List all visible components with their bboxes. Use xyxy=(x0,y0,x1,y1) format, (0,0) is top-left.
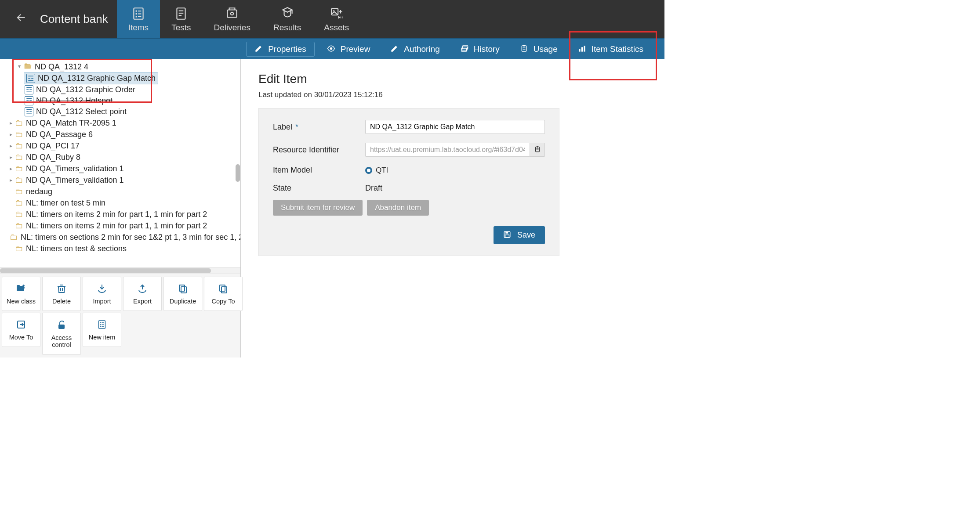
bar-chart-icon xyxy=(578,44,586,54)
authoring-button[interactable]: Authoring xyxy=(382,42,447,56)
delete-button[interactable]: Delete xyxy=(42,277,81,311)
submit-for-review-button[interactable]: Submit item for review xyxy=(273,200,363,216)
radio-label: QTI xyxy=(376,166,388,175)
button-label: Properties xyxy=(268,44,306,54)
clipboard-icon xyxy=(520,44,528,54)
nav-tab-tests[interactable]: Tests xyxy=(160,0,202,38)
tree-folder[interactable]: ▸🗀NL: timer on test 5 min xyxy=(0,197,240,209)
eye-icon xyxy=(327,44,335,54)
nav-tab-deliveries[interactable]: Deliveries xyxy=(202,0,261,38)
nav-tab-label: Items xyxy=(128,23,149,32)
abandon-item-button[interactable]: Abandon item xyxy=(367,200,429,216)
item-label: ND QA_1312 Graphic Order xyxy=(36,85,135,94)
import-icon xyxy=(97,283,107,295)
folder-label: ND QA_PCI 17 xyxy=(26,141,80,151)
item-model-radio-qti[interactable]: QTI xyxy=(365,166,388,175)
chevron-down-icon[interactable]: ▸ xyxy=(17,63,23,71)
item-label: ND QA_1312 Graphic Gap Match xyxy=(38,74,156,83)
folder-icon: 🗀 xyxy=(15,152,23,162)
copy-to-button[interactable]: Copy To xyxy=(204,277,243,311)
label-field-label: Label * xyxy=(273,123,365,132)
scrollbar-thumb[interactable] xyxy=(236,164,240,182)
radio-selected-icon xyxy=(365,167,372,174)
nav-tab-label: Assets xyxy=(324,23,349,32)
tree-folder[interactable]: ▸🗀ND QA_Ruby 8 xyxy=(0,152,240,163)
import-button[interactable]: Import xyxy=(83,277,121,311)
main-area: ▸ ND QA_1312 4 ☲ ND QA_1312 Graphic Gap … xyxy=(0,59,664,357)
tree-folder[interactable]: ▸🗀ND QA_Match TR-2095 1 xyxy=(0,117,240,129)
move-to-button[interactable]: Move To xyxy=(2,313,40,347)
folder-label: nedaug xyxy=(26,187,52,196)
tree-item[interactable]: ☲ ND QA_1312 Select point xyxy=(0,106,240,117)
folder-icon: 🗀 xyxy=(15,244,23,253)
chevron-right-icon[interactable]: ▸ xyxy=(7,131,15,137)
item-icon: ☲ xyxy=(26,74,35,83)
action-label: Copy To xyxy=(212,298,235,305)
tree-item[interactable]: ☲ ND QA_1312 Graphic Order xyxy=(0,84,240,95)
action-label: Move To xyxy=(9,334,33,341)
back-arrow-icon[interactable] xyxy=(15,12,27,26)
folder-icon: 🗀 xyxy=(15,175,23,185)
tree-folder[interactable]: ▸ ND QA_1312 4 xyxy=(0,61,240,72)
item-statistics-button[interactable]: Item Statistics xyxy=(570,42,651,56)
item-icon: ☲ xyxy=(25,107,33,116)
tree-folder[interactable]: ▸🗀NL: timers on items 2 min for part 1, … xyxy=(0,220,240,231)
tree-folder[interactable]: ▸🗀ND QA_Passage 6 xyxy=(0,129,240,140)
save-button[interactable]: Save xyxy=(494,226,545,244)
chevron-right-icon[interactable]: ▸ xyxy=(7,166,15,172)
nav-tab-items[interactable]: Items xyxy=(117,0,160,38)
page-heading: Edit Item xyxy=(258,72,647,86)
nav-tab-label: Deliveries xyxy=(214,23,250,32)
nav-tab-label: Results xyxy=(273,23,301,32)
save-button-label: Save xyxy=(517,231,535,240)
item-form-panel: Label * Resource Identifier Item Model xyxy=(258,108,559,256)
tree-item[interactable]: ☲ ND QA_1312 Hotspot xyxy=(0,95,240,106)
action-label: Duplicate xyxy=(170,298,196,305)
chevron-right-icon[interactable]: ▸ xyxy=(7,154,15,160)
deck-icon xyxy=(460,44,468,54)
tree-folder[interactable]: ▸🗀ND QA_Timers_validation 1 xyxy=(0,174,240,186)
chevron-right-icon[interactable]: ▸ xyxy=(7,177,15,183)
tree-folder[interactable]: ▸🗀nedaug xyxy=(0,186,240,197)
new-item-button[interactable]: New item xyxy=(83,313,121,347)
export-button[interactable]: Export xyxy=(123,277,162,311)
identifier-input[interactable] xyxy=(365,143,530,157)
button-label: Usage xyxy=(534,44,558,54)
required-mark: * xyxy=(295,123,298,131)
tree-item[interactable]: ☲ ND QA_1312 Graphic Gap Match xyxy=(0,72,240,84)
usage-button[interactable]: Usage xyxy=(512,42,566,56)
item-tree[interactable]: ▸ ND QA_1312 4 ☲ ND QA_1312 Graphic Gap … xyxy=(0,59,240,267)
nav-tab-results[interactable]: Results xyxy=(262,0,312,38)
move-to-icon xyxy=(16,319,26,331)
new-class-button[interactable]: New class xyxy=(2,277,40,311)
action-grid: New class Delete Import Export Duplicate… xyxy=(0,274,240,357)
tree-folder[interactable]: ▸🗀NL: timers on sections 2 min for sec 1… xyxy=(0,231,240,243)
properties-button[interactable]: Properties xyxy=(246,42,315,57)
item-icon: ☲ xyxy=(25,96,33,105)
scrollbar-thumb[interactable] xyxy=(0,268,211,273)
nav-tabs: Items Tests Deliveries Results Assets xyxy=(117,0,361,38)
preview-button[interactable]: Preview xyxy=(319,42,378,56)
tree-folder[interactable]: ▸🗀NL: timers on items 2 min for part 1, … xyxy=(0,209,240,220)
tree-folder[interactable]: ▸🗀ND QA_PCI 17 xyxy=(0,140,240,152)
folder-icon: 🗀 xyxy=(15,141,23,151)
history-button[interactable]: History xyxy=(452,42,508,56)
folder-label: NL: timers on items 2 min for part 1, 1 … xyxy=(26,210,207,219)
chevron-right-icon[interactable]: ▸ xyxy=(7,120,15,126)
access-control-button[interactable]: Access control xyxy=(42,313,81,355)
horizontal-scrollbar[interactable] xyxy=(0,267,240,274)
label-input[interactable] xyxy=(365,120,545,134)
chevron-right-icon[interactable]: ▸ xyxy=(7,143,15,149)
tree-folder[interactable]: ▸🗀NL: timers on test & sections xyxy=(0,243,240,254)
copy-to-icon xyxy=(218,283,229,295)
new-item-icon xyxy=(97,319,107,331)
duplicate-button[interactable]: Duplicate xyxy=(163,277,202,311)
tree-folder[interactable]: ▸🗀ND QA_Timers_validation 1 xyxy=(0,163,240,174)
nav-tab-assets[interactable]: Assets xyxy=(312,0,360,38)
pencil-icon xyxy=(254,44,263,54)
state-value: Draft xyxy=(365,184,382,193)
folder-icon: 🗀 xyxy=(15,209,23,219)
folder-icon: 🗀 xyxy=(15,221,23,231)
copy-identifier-button[interactable] xyxy=(530,143,545,157)
folder-icon: 🗀 xyxy=(15,164,23,173)
